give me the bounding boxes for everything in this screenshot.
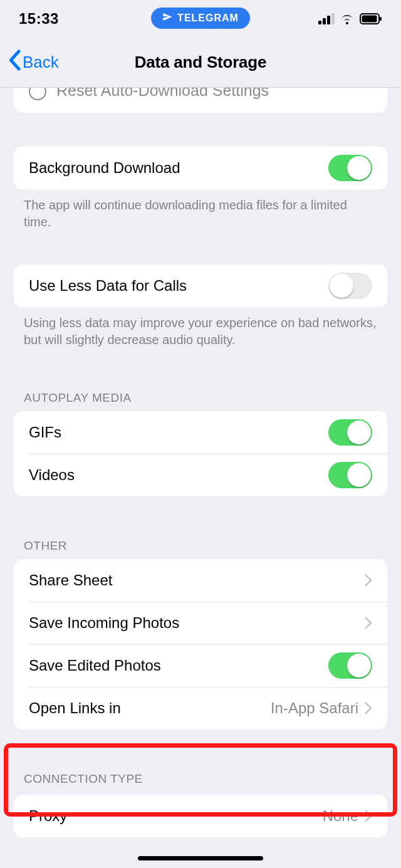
return-to-app-pill[interactable]: TELEGRAM xyxy=(151,8,250,29)
background-download-row[interactable]: Background Download xyxy=(14,147,387,189)
save-edited-row[interactable]: Save Edited Photos xyxy=(14,644,387,687)
background-download-card: Background Download xyxy=(14,147,387,189)
reset-card: Reset Auto-Download Settings xyxy=(14,88,387,113)
less-data-label: Use Less Data for Calls xyxy=(29,277,328,295)
battery-icon xyxy=(360,13,382,24)
svg-rect-0 xyxy=(318,21,321,24)
cellular-signal-icon xyxy=(318,13,335,24)
save-incoming-row[interactable]: Save Incoming Photos xyxy=(14,602,387,644)
videos-row[interactable]: Videos xyxy=(14,454,387,496)
chevron-left-icon xyxy=(8,50,21,75)
other-header: OTHER xyxy=(0,539,401,559)
less-data-footer: Using less data may improve your experie… xyxy=(0,307,401,348)
status-bar: 15:33 TELEGRAM xyxy=(0,0,401,38)
videos-toggle[interactable] xyxy=(328,462,372,488)
chevron-right-icon xyxy=(365,702,372,714)
less-data-card: Use Less Data for Calls xyxy=(14,264,387,307)
save-edited-label: Save Edited Photos xyxy=(29,657,328,674)
radio-unchecked-icon xyxy=(29,88,46,100)
connection-header: CONNECTION TYPE xyxy=(0,772,401,786)
gifs-toggle[interactable] xyxy=(328,419,372,446)
svg-rect-3 xyxy=(331,13,335,24)
save-edited-toggle[interactable] xyxy=(328,652,372,679)
pill-app-label: TELEGRAM xyxy=(177,13,239,24)
home-indicator[interactable] xyxy=(138,856,263,860)
status-time: 15:33 xyxy=(19,10,59,28)
background-download-footer: The app will continue downloading media … xyxy=(0,189,401,231)
proxy-row[interactable]: Proxy None xyxy=(14,795,387,837)
status-icons xyxy=(318,13,382,24)
gifs-label: GIFs xyxy=(29,424,328,441)
chevron-right-icon xyxy=(365,617,372,629)
back-button[interactable]: Back xyxy=(8,50,59,75)
connection-card: Proxy None xyxy=(14,795,387,837)
autoplay-header: AUTOPLAY MEDIA xyxy=(0,391,401,411)
svg-rect-2 xyxy=(327,16,330,24)
back-label: Back xyxy=(23,53,59,72)
chevron-right-icon xyxy=(365,810,372,822)
settings-content: Reset Auto-Download Settings Background … xyxy=(0,88,401,862)
reset-label: Reset Auto-Download Settings xyxy=(56,88,372,100)
share-sheet-row[interactable]: Share Sheet xyxy=(14,559,387,602)
save-incoming-label: Save Incoming Photos xyxy=(29,614,365,632)
wifi-icon xyxy=(340,13,355,24)
page-title: Data and Storage xyxy=(135,53,267,72)
other-card: Share Sheet Save Incoming Photos Save Ed… xyxy=(14,559,387,729)
proxy-value: None xyxy=(323,807,358,825)
proxy-label: Proxy xyxy=(29,807,323,825)
nav-bar: Back Data and Storage xyxy=(0,38,401,88)
reset-auto-download-row[interactable]: Reset Auto-Download Settings xyxy=(14,88,387,113)
autoplay-card: GIFs Videos xyxy=(14,411,387,496)
open-links-row[interactable]: Open Links in In-App Safari xyxy=(14,687,387,729)
gifs-row[interactable]: GIFs xyxy=(14,411,387,454)
svg-rect-6 xyxy=(380,17,382,21)
open-links-value: In-App Safari xyxy=(271,699,358,717)
svg-rect-1 xyxy=(323,18,326,24)
share-sheet-label: Share Sheet xyxy=(29,572,365,589)
less-data-toggle[interactable] xyxy=(328,273,372,299)
background-download-toggle[interactable] xyxy=(328,155,372,181)
less-data-row[interactable]: Use Less Data for Calls xyxy=(14,264,387,307)
videos-label: Videos xyxy=(29,466,328,484)
open-links-label: Open Links in xyxy=(29,699,271,717)
chevron-right-icon xyxy=(365,574,372,587)
svg-rect-5 xyxy=(362,16,377,23)
paper-plane-icon xyxy=(162,12,172,24)
background-download-label: Background Download xyxy=(29,159,328,177)
